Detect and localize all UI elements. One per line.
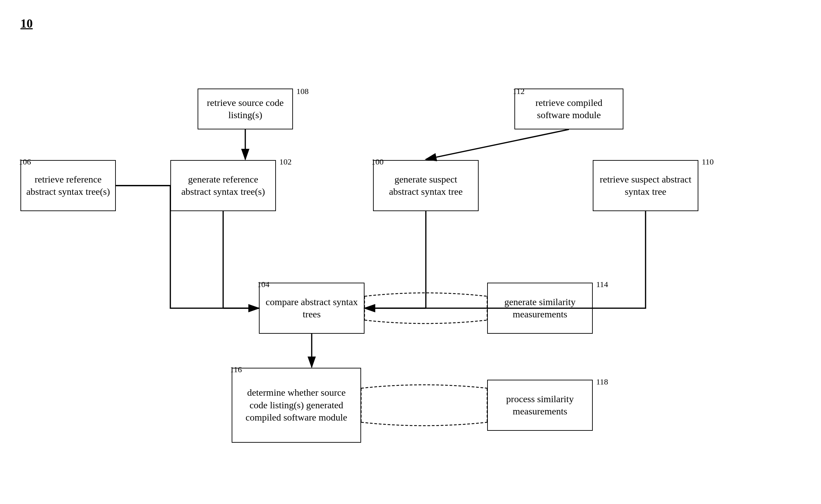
label-104: 104 xyxy=(257,280,269,289)
retrieve-compiled-box: retrieve compiled software module xyxy=(514,89,623,129)
label-110: 110 xyxy=(702,157,714,167)
label-114: 114 xyxy=(596,280,608,289)
label-112: 112 xyxy=(513,87,525,96)
label-116: 116 xyxy=(230,365,242,374)
compare-ast-box: compare abstract syntax trees xyxy=(259,283,365,334)
generate-similarity-label: generate similarity measurements xyxy=(493,296,587,321)
determine-whether-box: determine whether source code listing(s)… xyxy=(232,368,361,443)
retrieve-reference-ast-label: retrieve reference abstract syntax tree(… xyxy=(26,173,110,198)
retrieve-source-box: retrieve source code listing(s) xyxy=(198,89,293,129)
retrieve-suspect-ast-box: retrieve suspect abstract syntax tree xyxy=(593,160,698,211)
label-102: 102 xyxy=(279,157,292,167)
determine-whether-label: determine whether source code listing(s)… xyxy=(237,387,356,424)
compare-ast-label: compare abstract syntax trees xyxy=(264,296,359,321)
generate-suspect-ast-label: generate suspect abstract syntax tree xyxy=(378,173,473,198)
label-106: 106 xyxy=(19,157,31,167)
process-similarity-label: process similarity measurements xyxy=(493,393,587,418)
label-108: 108 xyxy=(296,87,309,96)
process-similarity-box: process similarity measurements xyxy=(487,380,593,431)
generate-reference-ast-label: generate reference abstract syntax tree(… xyxy=(176,173,270,198)
retrieve-source-label: retrieve source code listing(s) xyxy=(203,97,288,122)
flow-diagram-arrows xyxy=(0,0,821,504)
generate-similarity-box: generate similarity measurements xyxy=(487,283,593,334)
generate-reference-ast-box: generate reference abstract syntax tree(… xyxy=(170,160,276,211)
retrieve-compiled-label: retrieve compiled software module xyxy=(520,97,618,122)
label-100: 100 xyxy=(371,157,384,167)
generate-suspect-ast-box: generate suspect abstract syntax tree xyxy=(373,160,479,211)
label-118: 118 xyxy=(596,377,608,387)
figure-label: 10 xyxy=(20,16,33,31)
retrieve-reference-ast-box: retrieve reference abstract syntax tree(… xyxy=(20,160,116,211)
retrieve-suspect-ast-label: retrieve suspect abstract syntax tree xyxy=(598,173,693,198)
svg-line-3 xyxy=(426,129,569,159)
